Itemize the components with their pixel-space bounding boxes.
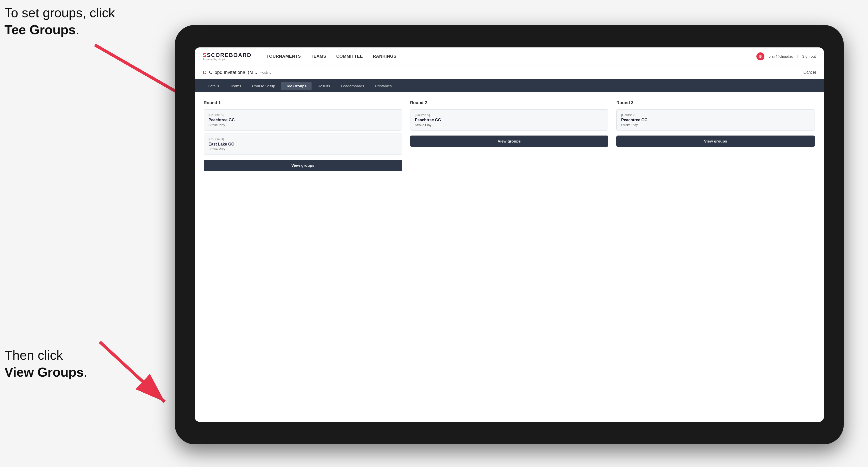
c-logo: C	[203, 69, 207, 75]
instruction-bottom-line1: Then click	[4, 348, 63, 363]
instruction-top-suffix: .	[75, 23, 79, 37]
round-2-view-groups-button[interactable]: View groups	[410, 135, 609, 147]
instruction-bottom-suffix: .	[84, 365, 87, 379]
round-2-course-a-label: [Course A]	[415, 113, 604, 117]
round-1-course-b-label: [Course B]	[209, 137, 397, 141]
round-1-course-a-format: Stroke Play	[209, 123, 397, 127]
main-content: Round 1 [Course A] Peachtree GC Stroke P…	[195, 92, 824, 422]
logo-area: SSCOREBOARD Powered by clippit	[203, 52, 252, 61]
tab-nav: Details Teams Course Setup Tee Groups Re…	[195, 80, 824, 92]
logo-s: S	[203, 52, 207, 58]
instruction-bottom: Then click View Groups.	[4, 347, 87, 381]
round-3-course-a-label: [Course A]	[621, 113, 810, 117]
instruction-bottom-bold: View Groups	[4, 365, 84, 379]
sub-header: C Clippd Invitational (M... Hosting Canc…	[195, 65, 824, 80]
round-1-title: Round 1	[204, 100, 402, 105]
tournament-name: Clippd Invitational (M...	[209, 70, 257, 75]
nav-committee[interactable]: COMMITTEE	[336, 53, 363, 60]
user-avatar: B	[756, 53, 765, 60]
round-3-title: Round 3	[616, 100, 815, 105]
tournament-title: C Clippd Invitational (M... Hosting	[203, 69, 272, 75]
tab-details[interactable]: Details	[203, 82, 224, 90]
round-2-title: Round 2	[410, 100, 609, 105]
tab-results[interactable]: Results	[313, 82, 335, 90]
sign-out-link[interactable]: Sign out	[802, 54, 816, 58]
round-3-course-a-card: [Course A] Peachtree GC Stroke Play	[616, 109, 815, 130]
logo-powered: Powered by clippit	[203, 58, 252, 61]
round-1-course-a-label: [Course A]	[209, 113, 397, 117]
top-nav: SSCOREBOARD Powered by clippit TOURNAMEN…	[195, 48, 824, 65]
round-1-course-a-name: Peachtree GC	[209, 118, 397, 122]
round-1-view-groups-button[interactable]: View groups	[204, 160, 402, 171]
tab-leaderboards[interactable]: Leaderboards	[336, 82, 369, 90]
instruction-top: To set groups, click Tee Groups.	[4, 4, 115, 38]
instruction-top-bold: Tee Groups	[4, 23, 75, 37]
round-2-course-a-format: Stroke Play	[415, 123, 604, 127]
nav-rankings[interactable]: RANKINGS	[373, 53, 397, 60]
nav-teams[interactable]: TEAMS	[311, 53, 326, 60]
tablet-screen: SSCOREBOARD Powered by clippit TOURNAMEN…	[195, 48, 824, 422]
rounds-container: Round 1 [Course A] Peachtree GC Stroke P…	[204, 100, 815, 171]
round-2-course-a-card: [Course A] Peachtree GC Stroke Play	[410, 109, 609, 130]
round-3-course-a-name: Peachtree GC	[621, 118, 810, 122]
round-3-column: Round 3 [Course A] Peachtree GC Stroke P…	[616, 100, 815, 171]
round-2-column: Round 2 [Course A] Peachtree GC Stroke P…	[410, 100, 609, 171]
hosting-badge: Hosting	[260, 70, 271, 74]
round-3-course-a-format: Stroke Play	[621, 123, 810, 127]
user-email: blair@clippd.io	[768, 54, 793, 58]
tab-teams[interactable]: Teams	[225, 82, 246, 90]
cancel-button[interactable]: Cancel	[803, 70, 816, 74]
round-2-course-a-name: Peachtree GC	[415, 118, 604, 122]
tab-printables[interactable]: Printables	[370, 82, 397, 90]
nav-tournaments[interactable]: TOURNAMENTS	[267, 53, 301, 60]
svg-line-3	[100, 342, 165, 402]
round-1-course-b-format: Stroke Play	[209, 147, 397, 151]
round-1-course-b-card: [Course B] East Lake GC Stroke Play	[204, 133, 402, 155]
round-1-course-b-name: East Lake GC	[209, 142, 397, 147]
instruction-top-line1: To set groups, click	[4, 5, 115, 20]
round-1-course-a-card: [Course A] Peachtree GC Stroke Play	[204, 109, 402, 130]
tablet-device: SSCOREBOARD Powered by clippit TOURNAMEN…	[175, 25, 844, 444]
top-nav-right: B blair@clippd.io | Sign out	[756, 53, 816, 60]
round-3-view-groups-button[interactable]: View groups	[616, 135, 815, 147]
tab-course-setup[interactable]: Course Setup	[247, 82, 280, 90]
tab-tee-groups[interactable]: Tee Groups	[281, 82, 312, 90]
round-1-column: Round 1 [Course A] Peachtree GC Stroke P…	[204, 100, 402, 171]
separator: |	[797, 54, 798, 58]
logo-scoreboard: SSCOREBOARD	[203, 52, 252, 58]
